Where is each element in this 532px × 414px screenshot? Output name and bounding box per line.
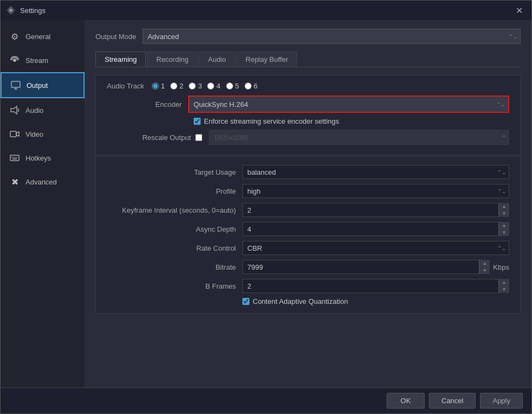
- target-usage-label: Target Usage: [107, 168, 242, 176]
- encoder-row: Encoder QuickSync H.264 x264 NVENC H.264…: [107, 95, 509, 113]
- audio-track-row: Audio Track 1 2 3: [107, 82, 509, 90]
- enforce-checkbox-row: Enforce streaming service encoder settin…: [194, 117, 509, 125]
- encoder-settings: Target Usage balanced quality speed Prof…: [95, 156, 521, 314]
- audio-track-5[interactable]: 5: [226, 82, 239, 90]
- svg-marker-7: [16, 132, 19, 136]
- sidebar-item-advanced[interactable]: ✖ Advanced: [1, 170, 85, 194]
- enforce-label: Enforce streaming service encoder settin…: [204, 117, 339, 125]
- keyframe-label: Keyframe Interval (seconds, 0=auto): [107, 206, 242, 214]
- sidebar: ⚙ General Stream: [1, 20, 85, 387]
- close-button[interactable]: ✕: [512, 4, 526, 17]
- bitrate-label: Bitrate: [107, 263, 242, 271]
- output-mode-select[interactable]: Advanced Simple: [143, 29, 521, 44]
- profile-row: Profile high main baseline: [107, 183, 509, 199]
- b-frames-label: B Frames: [107, 282, 242, 290]
- stream-icon: [9, 55, 20, 66]
- cancel-button[interactable]: Cancel: [429, 393, 476, 409]
- audio-track-3[interactable]: 3: [189, 82, 202, 90]
- ok-button[interactable]: OK: [387, 393, 425, 409]
- b-frames-input[interactable]: [242, 279, 509, 293]
- async-depth-input[interactable]: [242, 222, 509, 236]
- keyframe-spin-arrows: ▲ ▼: [498, 203, 509, 217]
- keyframe-row: Keyframe Interval (seconds, 0=auto) ▲ ▼: [107, 202, 509, 218]
- sidebar-item-audio[interactable]: Audio: [1, 98, 85, 122]
- profile-select[interactable]: high main baseline: [242, 184, 509, 198]
- titlebar-left: Settings: [6, 5, 46, 15]
- svg-rect-2: [11, 81, 20, 87]
- profile-label: Profile: [107, 187, 242, 195]
- advanced-icon: ✖: [9, 176, 20, 187]
- svg-marker-5: [11, 106, 17, 114]
- b-frames-spin-down[interactable]: ▼: [499, 286, 509, 293]
- bitrate-spin-up[interactable]: ▲: [479, 260, 490, 267]
- audio-track-6[interactable]: 6: [245, 82, 258, 90]
- bitrate-input[interactable]: [242, 260, 490, 274]
- settings-window: Settings ✕ ⚙ General Stream: [0, 0, 532, 414]
- async-depth-row: Async Depth ▲ ▼: [107, 221, 509, 237]
- bitrate-spinbox: ▲ ▼: [242, 260, 490, 274]
- output-mode-select-wrapper: Advanced Simple: [143, 29, 521, 44]
- bitrate-spin-arrows: ▲ ▼: [479, 260, 490, 274]
- sidebar-item-stream[interactable]: Stream: [1, 48, 85, 72]
- sidebar-label-audio: Audio: [25, 106, 43, 114]
- apply-button[interactable]: Apply: [480, 393, 523, 409]
- audio-track-2[interactable]: 2: [170, 82, 183, 90]
- bitrate-unit: Kbps: [493, 263, 509, 271]
- encoder-select[interactable]: QuickSync H.264 x264 NVENC H.264 AMD HW …: [189, 97, 508, 112]
- tab-streaming[interactable]: Streaming: [95, 52, 146, 67]
- async-depth-label: Async Depth: [107, 225, 242, 233]
- sidebar-item-output[interactable]: Output: [1, 72, 85, 98]
- sidebar-item-general[interactable]: ⚙ General: [1, 24, 85, 48]
- rescale-select-wrapper: 1920x1080 1280x720: [209, 130, 509, 145]
- async-depth-spin-down[interactable]: ▼: [499, 229, 509, 236]
- caq-checkbox[interactable]: [242, 298, 249, 305]
- audio-track-4[interactable]: 4: [207, 82, 220, 90]
- output-mode-label: Output Mode: [95, 33, 136, 41]
- b-frames-spinbox: ▲ ▼: [242, 279, 509, 293]
- top-section: Audio Track 1 2 3: [95, 75, 521, 155]
- encoder-label: Encoder: [107, 100, 188, 109]
- gear-icon: ⚙: [9, 31, 20, 42]
- b-frames-spin-up[interactable]: ▲: [499, 279, 509, 286]
- caq-row: Content Adaptive Quantization: [242, 297, 509, 305]
- keyboard-icon: [9, 152, 20, 163]
- rate-control-row: Rate Control CBR VBR CQP ICQ LA_ICQ: [107, 240, 509, 256]
- sidebar-label-stream: Stream: [25, 56, 48, 65]
- sidebar-item-hotkeys[interactable]: Hotkeys: [1, 146, 85, 170]
- enforce-checkbox[interactable]: [194, 118, 201, 125]
- rescale-checkbox[interactable]: [195, 134, 202, 141]
- bitrate-row: Bitrate ▲ ▼ Kbps: [107, 259, 509, 275]
- video-icon: [9, 129, 20, 139]
- rate-control-select[interactable]: CBR VBR CQP ICQ LA_ICQ: [242, 241, 509, 255]
- keyframe-spinbox: ▲ ▼: [242, 203, 509, 217]
- keyframe-spin-down[interactable]: ▼: [499, 210, 509, 217]
- caq-label: Content Adaptive Quantization: [253, 297, 348, 305]
- target-usage-row: Target Usage balanced quality speed: [107, 164, 509, 180]
- tab-recording[interactable]: Recording: [147, 52, 197, 67]
- bitrate-spin-down[interactable]: ▼: [479, 267, 490, 274]
- audio-track-label: Audio Track: [107, 82, 144, 90]
- b-frames-spin-arrows: ▲ ▼: [498, 279, 509, 293]
- sidebar-item-video[interactable]: Video: [1, 122, 85, 146]
- tabs: Streaming Recording Audio Replay Buffer: [95, 52, 521, 67]
- tab-replay-buffer[interactable]: Replay Buffer: [236, 52, 298, 67]
- keyframe-spin-up[interactable]: ▲: [499, 203, 509, 210]
- rescale-row: Rescale Output 1920x1080 1280x720: [107, 130, 509, 145]
- async-depth-spin-up[interactable]: ▲: [499, 222, 509, 229]
- async-depth-spinbox: ▲ ▼: [242, 222, 509, 236]
- rate-control-select-wrapper: CBR VBR CQP ICQ LA_ICQ: [242, 241, 509, 255]
- monitor-icon: [10, 80, 21, 91]
- svg-rect-6: [10, 131, 16, 137]
- audio-track-radio-group: 1 2 3 4: [152, 82, 258, 90]
- rescale-select[interactable]: 1920x1080 1280x720: [209, 130, 509, 145]
- keyframe-input[interactable]: [242, 203, 509, 217]
- target-usage-select[interactable]: balanced quality speed: [242, 165, 509, 179]
- b-frames-row: B Frames ▲ ▼: [107, 278, 509, 294]
- tab-audio[interactable]: Audio: [199, 52, 235, 67]
- sidebar-label-output: Output: [27, 81, 48, 90]
- titlebar: Settings ✕: [1, 1, 531, 20]
- rate-control-label: Rate Control: [107, 244, 242, 252]
- bottom-bar: OK Cancel Apply: [1, 387, 531, 413]
- audio-track-1[interactable]: 1: [152, 82, 165, 90]
- sidebar-label-hotkeys: Hotkeys: [25, 154, 51, 162]
